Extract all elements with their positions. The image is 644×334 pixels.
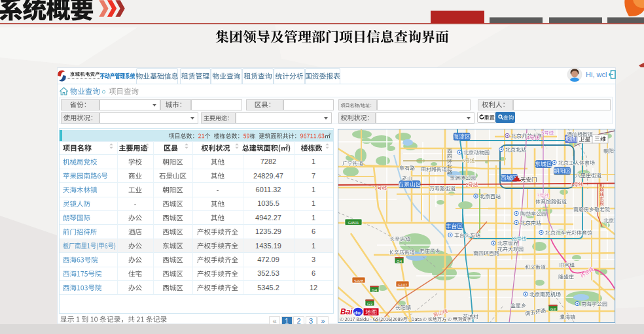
svg-text:G4: G4	[397, 259, 402, 263]
svg-text:G3: G3	[550, 307, 556, 311]
svg-text:G107: G107	[398, 283, 408, 287]
svg-text:G4: G4	[372, 288, 378, 292]
svg-text:G3: G3	[367, 302, 373, 306]
svg-text:S328: S328	[354, 279, 364, 283]
svg-text:G4501: G4501	[348, 221, 359, 225]
